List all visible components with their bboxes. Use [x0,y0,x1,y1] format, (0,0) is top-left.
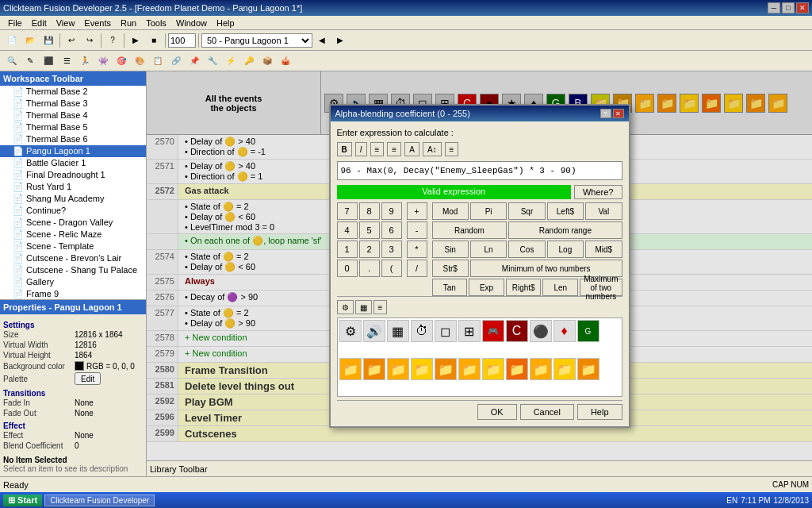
cos-btn[interactable]: Cos [508,241,545,258]
ln-btn[interactable]: Ln [470,241,507,258]
obj-folder10[interactable]: 📁 [553,358,576,380]
taskbar-app-button[interactable]: Clickteam Fusion Developer [44,495,155,506]
where-btn[interactable]: Where? [574,185,622,199]
redo-btn[interactable]: ↪ [81,33,98,48]
obj-clock[interactable]: ⏱ [411,320,433,342]
obj-checker[interactable]: ▦ [387,320,409,342]
obj-folder7[interactable]: 📁 [482,358,504,380]
new-btn[interactable]: 📄 [3,33,21,48]
op-div[interactable]: / [407,260,427,277]
obj-folder9[interactable]: 📁 [530,358,552,380]
tb2-btn12[interactable]: 🔧 [204,53,221,69]
num-dot[interactable]: . [359,260,380,277]
bgcolor-swatch[interactable] [75,361,84,371]
obj-folder8[interactable]: 📁 [506,358,528,380]
dialog-help-btn[interactable]: ? [600,109,611,118]
obj-tb1[interactable]: ⚙ [337,300,354,314]
op-mult[interactable]: * [407,241,427,258]
start-button[interactable]: ⊞ Start [3,495,42,506]
num8[interactable]: 8 [359,202,380,220]
obj-char1[interactable]: 🎮 [482,320,504,342]
obj-ball[interactable]: ⚫ [530,320,552,342]
strs-btn[interactable]: Str$ [432,260,469,277]
random-range-btn[interactable]: Random range [508,221,622,239]
op-plus[interactable]: + [407,202,427,220]
tb2-btn6[interactable]: 👾 [94,53,112,69]
tree-item-pangu[interactable]: 📄 Pangu Lagoon 1 [0,145,146,157]
more-btn[interactable]: ≡ [445,142,459,156]
obj-gem[interactable]: ♦ [553,320,576,342]
exp-btn[interactable]: Exp [469,279,504,296]
lefts-btn[interactable]: Left$ [547,202,584,220]
tree-item-thermal4[interactable]: 📄 Thermal Base 4 [0,110,146,121]
tb2-btn3[interactable]: ⬛ [40,53,57,69]
obj-settings[interactable]: ⚙ [339,320,362,342]
tb2-btn8[interactable]: 🎨 [131,53,148,69]
dialog-help-button[interactable]: Help [577,404,622,420]
tree-item-thermal2[interactable]: 📄 Thermal Base 2 [0,86,146,98]
tree-item-final[interactable]: 📄 Final Dreadnought 1 [0,169,146,181]
num2[interactable]: 2 [359,241,380,258]
obj-sound[interactable]: 🔊 [363,320,385,342]
save-btn[interactable]: 💾 [40,33,57,48]
num6[interactable]: 6 [381,221,402,239]
obj-folder6[interactable]: 📁 [458,358,481,380]
tree-item-continue[interactable]: 📄 Continue? [0,205,146,217]
tan-btn[interactable]: Tan [432,279,468,296]
help-btn[interactable]: ? [104,33,121,48]
menu-edit[interactable]: Edit [27,17,52,29]
obj-folder4[interactable]: 📁 [411,358,433,380]
align-left-btn[interactable]: ≡ [370,142,385,156]
rights-btn[interactable]: Right$ [506,279,542,296]
open-btn[interactable]: 📂 [21,33,39,48]
obj-tb3[interactable]: ≡ [373,300,388,314]
zoom-input[interactable] [168,33,196,48]
sqr-btn[interactable]: Sqr [508,202,545,220]
prev-frame-btn[interactable]: ◀ [313,33,331,48]
num9[interactable]: 9 [381,202,402,220]
tree-item-frame9[interactable]: 📄 Frame 9 [0,288,146,299]
mod-btn[interactable]: Mod [432,202,469,220]
tree-item-shang-tu[interactable]: 📄 Cutscene - Shang Tu Palace [0,264,146,276]
log-btn[interactable]: Log [547,241,584,258]
maximize-button[interactable]: □ [782,2,795,13]
tree-item-thermal6[interactable]: 📄 Thermal Base 6 [0,133,146,145]
obj-char3[interactable]: G [577,320,599,342]
num5[interactable]: 5 [359,221,380,239]
random-btn[interactable]: Random [432,221,508,239]
tree-item-template[interactable]: 📄 Scene - Template [0,241,146,252]
tree-item-shang[interactable]: 📄 Shang Mu Academy [0,193,146,205]
tb2-btn11[interactable]: 📌 [186,53,203,69]
edit-palette-button[interactable]: Edit [75,372,101,385]
num7[interactable]: 7 [337,202,358,220]
tree-item-dragon[interactable]: 📄 Scene - Dragon Valley [0,217,146,229]
obj-tb2[interactable]: ▦ [355,300,372,314]
tb2-btn16[interactable]: 🎪 [277,53,294,69]
dialog-cancel-button[interactable]: Cancel [520,404,574,420]
menu-help[interactable]: Help [212,17,239,29]
expression-input[interactable] [337,161,622,180]
fontsize-btn[interactable]: A↕ [423,142,442,156]
font-btn[interactable]: A [404,142,419,156]
op-minus[interactable]: - [407,221,427,239]
obj-folder5[interactable]: 📁 [435,358,457,380]
tree-item-thermal5[interactable]: 📄 Thermal Base 5 [0,121,146,133]
menu-file[interactable]: File [3,17,27,29]
tb2-btn9[interactable]: 📋 [149,53,167,69]
tb2-btn1[interactable]: 🔍 [3,53,21,69]
obj-grid-ic[interactable]: ⊞ [458,320,481,342]
dialog-ok-button[interactable]: OK [477,404,517,420]
num1[interactable]: 1 [337,241,358,258]
len-btn[interactable]: Len [542,279,578,296]
minimize-button[interactable]: ─ [768,2,780,13]
obj-char2[interactable]: C [506,320,528,342]
obj-shape[interactable]: ◻ [435,320,457,342]
obj-folder2[interactable]: 📁 [363,358,385,380]
max-btn[interactable]: Maximum of two numbers [580,279,622,296]
menu-view[interactable]: View [52,17,80,29]
align-center-btn[interactable]: ≡ [387,142,401,156]
num4[interactable]: 4 [337,221,358,239]
tb2-btn5[interactable]: 🏃 [76,53,94,69]
menu-tools[interactable]: Tools [141,17,171,29]
sin-btn[interactable]: Sin [432,241,469,258]
